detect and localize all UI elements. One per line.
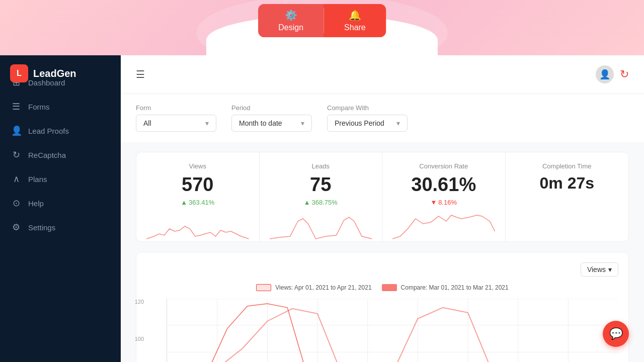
tab-design-label: Design xyxy=(278,23,303,32)
logo-icon: L xyxy=(10,64,28,82)
leads-value: 75 xyxy=(270,174,372,196)
views-value: 570 xyxy=(146,174,249,196)
sidebar-label-settings: Settings xyxy=(28,223,55,232)
share-icon: 🔔 xyxy=(349,9,361,21)
period-filter-select[interactable]: Month to date ▾ xyxy=(231,115,312,132)
tab-share[interactable]: 🔔 Share xyxy=(324,4,386,37)
completion-value: 0m 27s xyxy=(516,174,619,193)
sidebar-label-lead-proofs: Lead Proofs xyxy=(28,127,69,135)
leads-change-arrow: ▲ xyxy=(304,199,310,206)
recaptcha-icon: ↻ xyxy=(11,149,21,160)
chart-header: Views ▾ xyxy=(146,262,618,277)
lead-proofs-icon: 👤 xyxy=(11,125,21,136)
sidebar-label-forms: Forms xyxy=(28,103,50,111)
tab-share-label: Share xyxy=(344,23,366,32)
form-filter-select[interactable]: All ▾ xyxy=(136,115,216,132)
sidebar-item-settings[interactable]: ⚙ Settings xyxy=(0,215,121,239)
forms-icon: ☰ xyxy=(11,101,21,112)
legend-current: Views: Apr 01, 2021 to Apr 21, 2021 xyxy=(256,284,371,291)
sidebar-label-help: Help xyxy=(28,199,44,208)
chart-dropdown-caret: ▾ xyxy=(608,265,612,274)
sidebar-item-recaptcha[interactable]: ↻ ReCaptcha xyxy=(0,143,121,167)
form-filter-value: All xyxy=(143,119,151,127)
main-content: ☰ 👤 ↻ Form All ▾ Period Month to date ▾ … xyxy=(121,55,644,362)
help-icon: ⊙ xyxy=(11,198,21,209)
plans-icon: ∧ xyxy=(11,173,21,185)
form-filter-label: Form xyxy=(136,104,216,112)
filters-bar: Form All ▾ Period Month to date ▾ Compar… xyxy=(121,94,644,142)
sidebar-label-plans: Plans xyxy=(28,175,47,184)
leads-change: ▲ 368.75% xyxy=(270,199,372,206)
leads-change-value: 368.75% xyxy=(312,199,338,206)
views-sparkline xyxy=(146,211,249,241)
conversion-label: Conversion Rate xyxy=(392,162,495,170)
tab-bar: ⚙️ Design 🔔 Share xyxy=(258,4,386,37)
refresh-button[interactable]: ↻ xyxy=(620,68,629,81)
chart-area xyxy=(167,299,618,362)
stat-card-leads: Leads 75 ▲ 368.75% xyxy=(260,152,383,241)
views-label: Views xyxy=(146,162,249,170)
chart-wrapper: 120 100 80 xyxy=(146,299,618,362)
sidebar-item-forms[interactable]: ☰ Forms xyxy=(0,95,121,119)
compare-filter-caret: ▾ xyxy=(396,119,400,127)
menu-toggle[interactable]: ☰ xyxy=(136,68,145,80)
legend-current-swatch xyxy=(256,284,271,291)
views-change-arrow: ▲ xyxy=(181,199,187,206)
chart-svg xyxy=(167,299,618,362)
sidebar-item-lead-proofs[interactable]: 👤 Lead Proofs xyxy=(0,119,121,143)
sidebar-label-recaptcha: ReCaptcha xyxy=(28,151,66,159)
sidebar-item-help[interactable]: ⊙ Help xyxy=(0,191,121,215)
form-filter-caret: ▾ xyxy=(205,119,209,127)
leads-sparkline xyxy=(270,211,372,241)
legend-compare-label: Compare: Mar 01, 2021 to Mar 21, 2021 xyxy=(401,284,509,291)
logo-area: L LeadGen xyxy=(0,55,121,92)
y-label-120: 120 xyxy=(129,299,144,305)
settings-icon: ⚙ xyxy=(11,222,21,233)
chat-button[interactable]: 💬 xyxy=(603,321,629,347)
period-filter-caret: ▾ xyxy=(301,119,304,127)
tab-design[interactable]: ⚙️ Design xyxy=(258,4,324,37)
main-header: ☰ 👤 ↻ xyxy=(121,55,644,94)
y-label-100: 100 xyxy=(129,336,144,342)
views-change-value: 363.41% xyxy=(189,199,214,206)
chart-views-dropdown[interactable]: Views ▾ xyxy=(581,262,618,277)
stat-card-conversion: Conversion Rate 30.61% ▼ 8.16% xyxy=(382,152,506,241)
top-banner: ⚙️ Design 🔔 Share xyxy=(0,0,644,55)
stat-card-completion: Completion Time 0m 27s xyxy=(506,152,629,241)
completion-label: Completion Time xyxy=(516,162,619,170)
compare-filter-value: Previous Period xyxy=(335,119,384,127)
legend-compare: Compare: Mar 01, 2021 to Mar 21, 2021 xyxy=(382,284,509,291)
conversion-change-arrow: ▼ xyxy=(430,199,437,206)
chart-views-label: Views xyxy=(587,265,606,274)
views-change: ▲ 363.41% xyxy=(146,199,249,206)
chart-section: Views ▾ Views: Apr 01, 2021 to Apr 21, 2… xyxy=(136,252,629,362)
compare-filter-group: Compare With Previous Period ▾ xyxy=(327,104,408,132)
design-icon: ⚙️ xyxy=(285,9,297,21)
nav-items: ⊞ Dashboard ☰ Forms 👤 Lead Proofs ↻ ReCa… xyxy=(0,65,121,244)
brand-name: LeadGen xyxy=(33,68,76,79)
period-filter-value: Month to date xyxy=(239,119,282,127)
stat-card-views: Views 570 ▲ 363.41% xyxy=(136,152,260,241)
period-filter-group: Period Month to date ▾ xyxy=(231,104,312,132)
user-avatar[interactable]: 👤 xyxy=(596,65,614,83)
period-filter-label: Period xyxy=(231,104,312,112)
conversion-sparkline xyxy=(392,211,495,241)
chart-legend: Views: Apr 01, 2021 to Apr 21, 2021 Comp… xyxy=(146,284,618,291)
leads-label: Leads xyxy=(270,162,372,170)
sidebar-item-plans[interactable]: ∧ Plans xyxy=(0,167,121,191)
form-filter-group: Form All ▾ xyxy=(136,104,216,132)
stats-grid: Views 570 ▲ 363.41% Leads 75 ▲ 368.75% C xyxy=(136,152,629,242)
conversion-change: ▼ 8.16% xyxy=(392,199,495,206)
legend-compare-swatch xyxy=(382,284,397,291)
conversion-change-value: 8.16% xyxy=(438,199,457,206)
conversion-value: 30.61% xyxy=(392,174,495,196)
compare-filter-label: Compare With xyxy=(327,104,408,112)
compare-filter-select[interactable]: Previous Period ▾ xyxy=(327,115,408,132)
legend-current-label: Views: Apr 01, 2021 to Apr 21, 2021 xyxy=(275,284,371,291)
y-axis: 120 100 80 xyxy=(129,299,144,362)
